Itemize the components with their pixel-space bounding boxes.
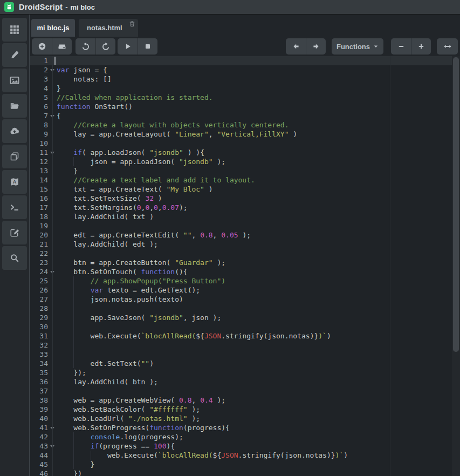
sidebar-item-terminal[interactable] <box>2 195 27 219</box>
code-line[interactable]: 25 // app.ShowPopup("Press Button") <box>30 276 452 285</box>
sidebar-item-translate[interactable]: A <box>2 170 27 194</box>
code-line[interactable]: 41 web.SetOnProgress(function(progress){ <box>30 423 452 432</box>
redo-icon <box>101 42 110 51</box>
sidebar-item-pencil[interactable] <box>2 43 27 67</box>
code-line[interactable]: 28 <box>30 304 452 313</box>
code-text: }) <box>57 469 82 476</box>
line-number: 18 <box>30 212 48 221</box>
line-number: 16 <box>30 194 48 203</box>
code-line[interactable]: 37 <box>30 386 452 396</box>
code-line[interactable]: 42 console.log(progress); <box>30 432 452 441</box>
code-line[interactable]: 12 json = app.LoadJson( "jsondb" ); <box>30 157 452 166</box>
code-line[interactable]: 15 txt = app.CreateText( "My Bloc" ) <box>30 185 452 194</box>
code-line[interactable]: 5//Called when application is started. <box>30 93 452 102</box>
navigate-forward-button[interactable] <box>306 38 326 55</box>
app-title: DroidScript <box>19 3 63 11</box>
line-number: 3 <box>30 74 48 84</box>
title-bar: DroidScript - mi bloc <box>0 0 460 15</box>
code-text: // app.ShowPopup("Press Button") <box>57 276 225 285</box>
document-title: mi bloc <box>71 3 95 11</box>
code-line[interactable]: 9 lay = app.CreateLayout( "Linear", "Ver… <box>30 130 452 139</box>
sidebar-item-copy[interactable] <box>2 145 27 168</box>
stop-button[interactable] <box>138 38 157 55</box>
line-number: 29 <box>30 313 48 322</box>
code-line[interactable]: 24 btn.SetOnTouch( function(){ <box>30 267 452 276</box>
sidebar-item-compose[interactable] <box>2 221 27 244</box>
code-line[interactable]: 44 web.Execute(`blocAllRead(${JSON.strin… <box>30 451 452 460</box>
code-line[interactable]: 32 <box>30 341 452 350</box>
line-number: 6 <box>30 102 48 111</box>
code-line[interactable]: 34 edt.SetText("") <box>30 359 452 368</box>
sidebar-item-search[interactable] <box>2 246 27 270</box>
save-button[interactable] <box>52 38 72 55</box>
code-line[interactable]: 3 notas: [] <box>30 74 452 84</box>
functions-dropdown[interactable]: Functions <box>332 38 383 55</box>
trash-icon[interactable] <box>128 20 136 28</box>
decrease-font-button[interactable] <box>391 38 411 55</box>
add-file-button[interactable] <box>32 38 52 55</box>
code-line[interactable]: 43 if(progress == 100){ <box>30 441 452 451</box>
code-editor[interactable]: 12var json = {3 notas: []4}5//Called whe… <box>30 56 460 476</box>
navigation-group <box>286 38 326 55</box>
code-line[interactable]: 17 txt.SetMargins(0,0,0,0.07); <box>30 203 452 212</box>
sidebar-item-folder-open[interactable] <box>2 94 27 118</box>
line-number: 15 <box>30 185 48 194</box>
indent-guide <box>73 322 74 331</box>
code-line[interactable]: 6function OnStart() <box>30 102 452 111</box>
code-line[interactable]: 7{ <box>30 111 452 120</box>
navigate-back-button[interactable] <box>286 38 306 55</box>
sidebar-item-image[interactable] <box>2 69 27 92</box>
tab-notas-html[interactable]: notas.html <box>79 19 138 37</box>
code-line[interactable]: 36 lay.AddChild( btn ); <box>30 377 452 386</box>
play-button[interactable] <box>118 38 138 55</box>
undo-button[interactable] <box>75 38 95 55</box>
line-number: 36 <box>30 377 48 386</box>
code-text: json = app.LoadJson( "jsondb" ); <box>57 157 225 166</box>
code-line[interactable]: 30 <box>30 322 452 331</box>
tab-mi-bloc-js[interactable]: mi bloc.js <box>31 19 75 37</box>
code-line[interactable]: 38 web = app.CreateWebView( 0.8, 0.4 ); <box>30 396 452 405</box>
code-line[interactable]: 33 <box>30 350 452 359</box>
code-line[interactable]: 27 json.notas.push(texto) <box>30 295 452 304</box>
print-margin-line <box>390 56 390 476</box>
undo-icon <box>81 42 90 51</box>
code-line[interactable]: 18 lay.AddChild( txt ) <box>30 212 452 221</box>
code-text: //Create a layout with objects verticall… <box>57 120 289 130</box>
grid-icon <box>10 25 19 35</box>
code-line[interactable]: 31 web.Execute(`blocAllRead(${JSON.strin… <box>30 331 452 341</box>
sidebar-item-cloud-upload[interactable] <box>2 119 27 143</box>
code-line[interactable]: 39 web.SetBackColor( "#ffffff" ); <box>30 405 452 414</box>
code-line[interactable]: 19 <box>30 221 452 230</box>
code-line[interactable]: 46 }) <box>30 469 452 476</box>
code-line[interactable]: 1 <box>30 56 452 65</box>
increase-font-button[interactable] <box>411 38 431 55</box>
code-line[interactable]: 26 var texto = edt.GetText(); <box>30 285 452 295</box>
code-line[interactable]: 8 //Create a layout with objects vertica… <box>30 120 452 130</box>
code-line[interactable]: 45 } <box>30 460 452 469</box>
code-line[interactable]: 16 txt.SetTextSize( 32 ) <box>30 194 452 203</box>
sidebar-item-grid[interactable] <box>2 18 27 42</box>
code-line[interactable]: 22 <box>30 249 452 258</box>
code-line[interactable]: 2var json = { <box>30 65 452 74</box>
code-line[interactable]: 35 }); <box>30 368 452 377</box>
code-text: web.SetBackColor( "#ffffff" ); <box>57 405 200 414</box>
vertical-scrollbar-thumb[interactable] <box>453 57 459 352</box>
code-line[interactable]: 4} <box>30 84 452 93</box>
code-line[interactable]: 10 <box>30 139 452 148</box>
chevron-down-icon <box>373 44 379 49</box>
redo-button[interactable] <box>95 38 115 55</box>
code-line[interactable]: 23 btn = app.CreateButton( "Guardar" ); <box>30 258 452 267</box>
code-line[interactable]: 11 if( app.LoadJson( "jsondb" ) ){ <box>30 148 452 157</box>
code-line[interactable]: 20 edt = app.CreateTextEdit( "", 0.8, 0.… <box>30 230 452 240</box>
code-text: if( app.LoadJson( "jsondb" ) ){ <box>57 148 204 157</box>
compose-icon <box>10 228 19 237</box>
code-line[interactable]: 21 lay.AddChild( edt ); <box>30 240 452 249</box>
arrow-right-icon <box>312 42 320 51</box>
code-text: function OnStart() <box>57 102 133 111</box>
code-line[interactable]: 29 app.SaveJson( "jsondb", json ); <box>30 313 452 322</box>
code-line[interactable]: 40 web.LoadUrl( "./notas.html" ); <box>30 414 452 423</box>
code-line[interactable]: 13 } <box>30 166 452 175</box>
toggle-wrap-button[interactable] <box>437 38 458 55</box>
vertical-scrollbar[interactable] <box>452 56 460 476</box>
code-line[interactable]: 14 //Create a text label and add it to l… <box>30 175 452 185</box>
